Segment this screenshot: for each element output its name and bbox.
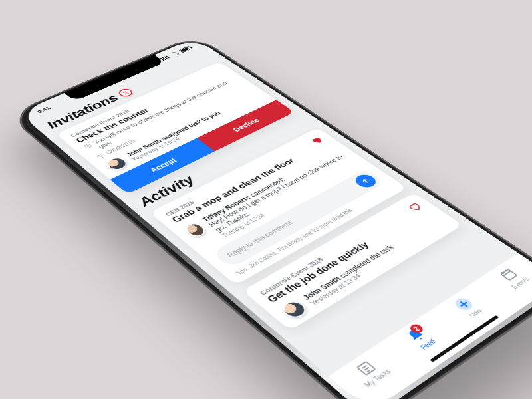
svg-line-8: [366, 370, 369, 372]
wifi-icon: [170, 51, 180, 57]
commenter-avatar[interactable]: [182, 221, 209, 239]
completed-avatar[interactable]: [278, 298, 310, 321]
svg-rect-10: [501, 269, 517, 280]
note-icon: [82, 143, 93, 150]
svg-line-6: [362, 366, 366, 368]
invitations-count-badge: 2: [116, 88, 135, 98]
phone-frame: 9:41 Invitations 2 Corporate Event 2018: [7, 35, 532, 399]
svg-line-1: [86, 145, 88, 146]
status-time: 9:41: [36, 106, 51, 114]
cellular-icon: [160, 55, 170, 61]
arrow-up-icon: [359, 177, 372, 185]
svg-line-7: [364, 368, 369, 370]
svg-line-3: [88, 146, 89, 147]
battery-icon: [178, 46, 192, 53]
screen: 9:41 Invitations 2 Corporate Event 2018: [19, 38, 532, 399]
clock-icon: [95, 153, 105, 159]
assigner-avatar[interactable]: [103, 156, 130, 172]
svg-line-2: [87, 146, 89, 146]
